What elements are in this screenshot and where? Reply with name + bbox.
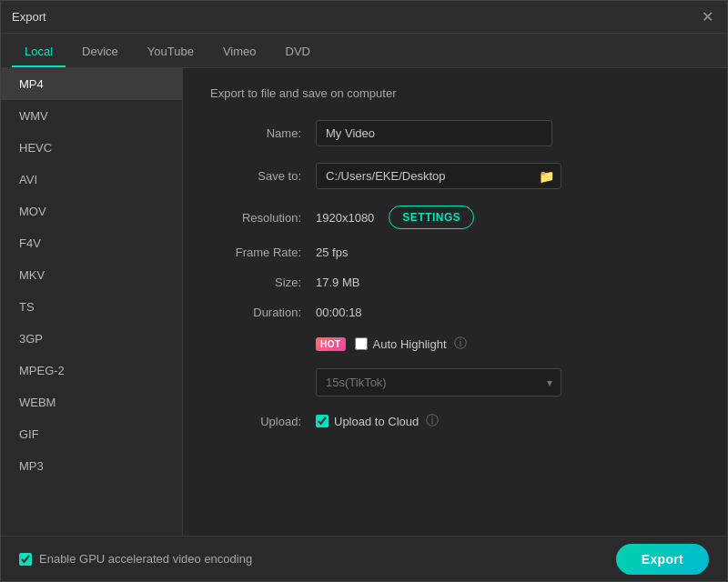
- gpu-label-text: Enable GPU accelerated video encoding: [39, 552, 252, 566]
- save-to-input[interactable]: [316, 163, 561, 189]
- resolution-value: 1920x1080: [316, 211, 374, 225]
- upload-label: Upload:: [210, 415, 301, 428]
- auto-highlight-label[interactable]: Auto Highlight: [355, 337, 447, 351]
- tab-vimeo[interactable]: Vimeo: [210, 37, 269, 67]
- sidebar-item-ts[interactable]: TS: [1, 291, 182, 323]
- sidebar-item-avi[interactable]: AVI: [1, 164, 182, 196]
- sidebar-item-mov[interactable]: MOV: [1, 196, 182, 227]
- upload-row: Upload: Upload to Cloud ⓘ: [210, 413, 700, 429]
- sidebar-item-mp3[interactable]: MP3: [1, 450, 182, 482]
- duration-label: Duration:: [210, 306, 301, 319]
- tab-dvd[interactable]: DVD: [273, 37, 323, 67]
- save-to-field: 📁: [316, 163, 561, 189]
- framerate-row: Frame Rate: 25 fps: [210, 246, 700, 259]
- sidebar: MP4 WMV HEVC AVI MOV F4V MKV TS 3GP MPEG…: [1, 68, 183, 536]
- upload-to-cloud-label[interactable]: Upload to Cloud: [316, 415, 419, 428]
- resolution-field: 1920x1080 SETTINGS: [316, 206, 474, 229]
- sidebar-item-f4v[interactable]: F4V: [1, 227, 182, 259]
- duration-value: 00:00:18: [316, 306, 362, 319]
- tab-local[interactable]: Local: [12, 37, 66, 67]
- save-to-row: Save to: 📁: [210, 163, 700, 189]
- main-panel: Export to file and save on computer Name…: [183, 68, 727, 536]
- tiktok-select-wrapper: 15s(TikTok) ▾: [316, 368, 561, 396]
- close-button[interactable]: ✕: [698, 8, 716, 26]
- size-value: 17.9 MB: [316, 276, 359, 289]
- name-row: Name:: [210, 120, 700, 146]
- panel-description: Export to file and save on computer: [210, 86, 700, 100]
- name-label: Name:: [210, 126, 301, 140]
- resolution-row: Resolution: 1920x1080 SETTINGS: [210, 206, 700, 229]
- duration-row: Duration: 00:00:18: [210, 306, 700, 319]
- name-input[interactable]: [316, 120, 552, 146]
- sidebar-item-gif[interactable]: GIF: [1, 418, 182, 450]
- sidebar-item-mkv[interactable]: MKV: [1, 259, 182, 291]
- framerate-label: Frame Rate:: [210, 246, 301, 259]
- gpu-label[interactable]: Enable GPU accelerated video encoding: [19, 552, 252, 566]
- export-window: Export ✕ Local Device YouTube Vimeo DVD …: [0, 0, 728, 582]
- sidebar-item-mpeg2[interactable]: MPEG-2: [1, 355, 182, 386]
- gpu-checkbox[interactable]: [19, 553, 32, 566]
- resolution-label: Resolution:: [210, 211, 301, 225]
- title-bar: Export ✕: [1, 1, 727, 34]
- upload-to-cloud-checkbox[interactable]: [316, 415, 329, 427]
- sidebar-item-webm[interactable]: WEBM: [1, 386, 182, 418]
- auto-highlight-checkbox[interactable]: [355, 337, 368, 350]
- tiktok-select[interactable]: 15s(TikTok): [316, 368, 561, 396]
- upload-to-cloud-text: Upload to Cloud: [334, 415, 419, 428]
- sidebar-item-3gp[interactable]: 3GP: [1, 323, 182, 355]
- window-title: Export: [12, 10, 46, 24]
- sidebar-item-hevc[interactable]: HEVC: [1, 132, 182, 164]
- save-to-label: Save to:: [210, 169, 301, 183]
- upload-info-icon[interactable]: ⓘ: [426, 413, 439, 429]
- framerate-value: 25 fps: [316, 246, 348, 259]
- tabs-bar: Local Device YouTube Vimeo DVD: [1, 34, 727, 68]
- settings-button[interactable]: SETTINGS: [389, 206, 474, 229]
- sidebar-item-wmv[interactable]: WMV: [1, 100, 182, 132]
- bottom-bar: Enable GPU accelerated video encoding Ex…: [1, 536, 727, 581]
- hot-badge: HOT: [316, 337, 346, 351]
- size-label: Size:: [210, 276, 301, 289]
- export-button[interactable]: Export: [616, 544, 709, 575]
- auto-highlight-text: Auto Highlight: [373, 337, 447, 351]
- upload-field: Upload to Cloud ⓘ: [316, 413, 439, 429]
- tab-youtube[interactable]: YouTube: [135, 37, 207, 67]
- size-row: Size: 17.9 MB: [210, 276, 700, 289]
- sidebar-item-mp4[interactable]: MP4: [1, 68, 182, 100]
- content-area: MP4 WMV HEVC AVI MOV F4V MKV TS 3GP MPEG…: [1, 68, 727, 536]
- auto-highlight-row: HOT Auto Highlight ⓘ: [210, 336, 700, 352]
- auto-highlight-info-icon[interactable]: ⓘ: [454, 336, 467, 352]
- highlight-field: HOT Auto Highlight ⓘ: [316, 336, 467, 352]
- folder-icon[interactable]: 📁: [539, 169, 554, 184]
- tab-device[interactable]: Device: [69, 37, 131, 67]
